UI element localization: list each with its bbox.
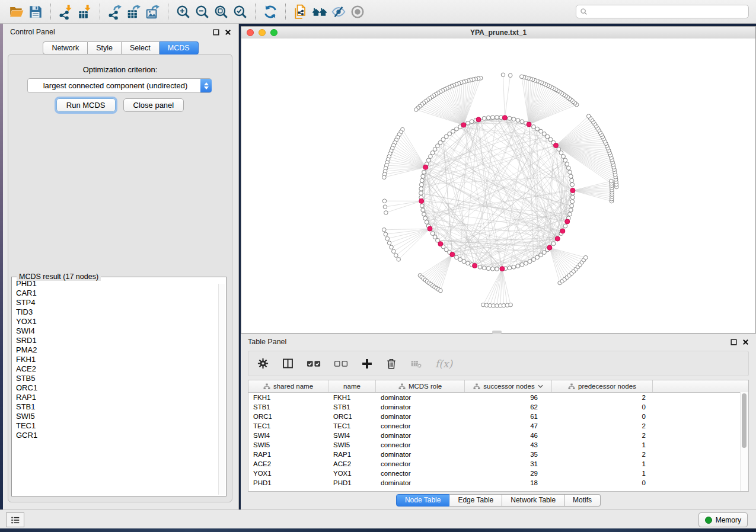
cell-successor-nodes[interactable]: 43: [465, 441, 552, 448]
close-panel-icon[interactable]: [225, 29, 231, 36]
cell-name[interactable]: RAP1: [328, 451, 376, 458]
column-header-successor-nodes[interactable]: successor nodes: [465, 380, 552, 392]
result-node[interactable]: STP4: [16, 298, 218, 307]
result-node[interactable]: STB1: [16, 402, 218, 412]
result-node[interactable]: TEC1: [16, 421, 218, 431]
cell-MCDS-role[interactable]: dominator: [376, 432, 465, 439]
import-network-icon[interactable]: [56, 2, 75, 21]
result-node[interactable]: YOX1: [16, 317, 218, 326]
cell-MCDS-role[interactable]: dominator: [376, 451, 465, 458]
close-panel-icon[interactable]: [742, 339, 749, 345]
show-all-icon[interactable]: [348, 2, 367, 21]
result-node[interactable]: ACE2: [16, 364, 218, 374]
cell-shared-name[interactable]: RAP1: [248, 451, 328, 458]
cell-successor-nodes[interactable]: 29: [465, 470, 552, 477]
zoom-in-icon[interactable]: [174, 2, 193, 21]
table-row[interactable]: SWI5SWI5connector431: [248, 440, 748, 450]
tab-edge-table[interactable]: Edge Table: [449, 494, 502, 507]
cell-MCDS-role[interactable]: dominator: [376, 479, 465, 486]
table-row[interactable]: YOX1YOX1connector291: [248, 469, 748, 478]
result-node[interactable]: PHD1: [16, 279, 218, 289]
tab-style[interactable]: Style: [88, 41, 122, 55]
result-node[interactable]: CAR1: [16, 289, 218, 298]
cell-name[interactable]: YOX1: [328, 470, 376, 477]
cell-shared-name[interactable]: SWI5: [248, 441, 328, 448]
cell-predecessor-nodes[interactable]: 2: [552, 394, 653, 401]
search-field[interactable]: [576, 5, 749, 18]
close-panel-button[interactable]: Close panel: [123, 98, 184, 112]
table-row[interactable]: STB1STB1dominator620: [248, 402, 748, 412]
tab-node-table[interactable]: Node Table: [396, 494, 450, 507]
tab-mcds[interactable]: MCDS: [160, 41, 199, 55]
cell-shared-name[interactable]: ORC1: [248, 413, 328, 420]
memory-button[interactable]: Memory: [698, 512, 748, 527]
result-scrollbar[interactable]: [218, 284, 225, 495]
criterion-select[interactable]: largest connected component (undirected): [27, 78, 212, 93]
cell-shared-name[interactable]: STB1: [248, 403, 328, 411]
cell-predecessor-nodes[interactable]: 1: [552, 460, 653, 467]
result-node[interactable]: TID3: [16, 307, 218, 317]
table-row[interactable]: PHD1PHD1dominator180: [248, 478, 748, 488]
cell-shared-name[interactable]: PHD1: [248, 479, 328, 486]
cell-successor-nodes[interactable]: 61: [465, 413, 552, 420]
tab-select[interactable]: Select: [122, 41, 160, 55]
result-node[interactable]: PMA2: [16, 345, 218, 355]
cell-MCDS-role[interactable]: dominator: [376, 413, 465, 420]
delete-column-icon[interactable]: [385, 358, 397, 370]
table-row[interactable]: FKH1FKH1dominator962: [248, 393, 748, 402]
cell-predecessor-nodes[interactable]: 0: [552, 479, 653, 486]
cell-successor-nodes[interactable]: 35: [465, 451, 552, 458]
scrollbar-thumb[interactable]: [742, 393, 747, 448]
column-header-name[interactable]: name: [328, 380, 376, 392]
result-node[interactable]: STB5: [16, 374, 218, 383]
result-node[interactable]: GCR1: [16, 431, 218, 440]
hide-selected-icon[interactable]: [329, 2, 348, 21]
cell-successor-nodes[interactable]: 18: [465, 479, 552, 486]
cell-shared-name[interactable]: TEC1: [248, 422, 328, 430]
network-canvas[interactable]: [241, 39, 755, 333]
export-network-icon[interactable]: [106, 2, 125, 21]
cell-predecessor-nodes[interactable]: 2: [552, 432, 653, 439]
deselect-all-checkboxes-icon[interactable]: [334, 358, 349, 369]
result-node[interactable]: SWI5: [16, 412, 218, 421]
cell-successor-nodes[interactable]: 31: [465, 460, 552, 467]
cell-shared-name[interactable]: FKH1: [248, 394, 328, 401]
zoom-selected-icon[interactable]: [231, 2, 250, 21]
cell-successor-nodes[interactable]: 46: [465, 432, 552, 439]
export-image-icon[interactable]: [143, 2, 162, 21]
column-header-shared-name[interactable]: shared name: [248, 380, 328, 392]
table-row[interactable]: RAP1RAP1dominator352: [248, 450, 748, 459]
cell-successor-nodes[interactable]: 47: [465, 422, 552, 430]
cell-predecessor-nodes[interactable]: 2: [552, 422, 653, 430]
cell-shared-name[interactable]: YOX1: [248, 470, 328, 477]
result-node[interactable]: SRD1: [16, 336, 218, 345]
export-table-icon[interactable]: [125, 2, 143, 21]
cell-name[interactable]: SWI4: [328, 432, 376, 439]
cell-predecessor-nodes[interactable]: 1: [552, 470, 653, 477]
cell-name[interactable]: ORC1: [328, 413, 376, 420]
cell-predecessor-nodes[interactable]: 1: [552, 441, 653, 448]
task-history-button[interactable]: [6, 512, 24, 527]
zoom-fit-icon[interactable]: [212, 2, 231, 21]
cell-name[interactable]: PHD1: [328, 479, 376, 486]
save-session-icon[interactable]: [26, 2, 45, 21]
cell-name[interactable]: FKH1: [328, 394, 376, 401]
cell-name[interactable]: ACE2: [328, 460, 376, 467]
tab-motifs[interactable]: Motifs: [564, 494, 601, 507]
cell-MCDS-role[interactable]: connector: [376, 470, 465, 477]
open-session-icon[interactable]: [7, 2, 26, 21]
cell-MCDS-role[interactable]: dominator: [376, 394, 465, 401]
cell-name[interactable]: SWI5: [328, 441, 376, 448]
cell-shared-name[interactable]: SWI4: [248, 432, 328, 439]
add-column-icon[interactable]: [361, 358, 373, 370]
network-graph[interactable]: [241, 39, 755, 333]
table-row[interactable]: TEC1TEC1connector472: [248, 421, 748, 431]
network-overview-icon[interactable]: [310, 2, 329, 21]
column-header-MCDS-role[interactable]: MCDS role: [376, 380, 465, 392]
show-columns-icon[interactable]: [282, 357, 294, 370]
tab-network-table[interactable]: Network Table: [502, 494, 564, 507]
cell-predecessor-nodes[interactable]: 2: [552, 451, 653, 458]
clone-network-icon[interactable]: [291, 2, 310, 21]
search-input[interactable]: [591, 7, 745, 17]
result-node[interactable]: RAP1: [16, 393, 218, 402]
